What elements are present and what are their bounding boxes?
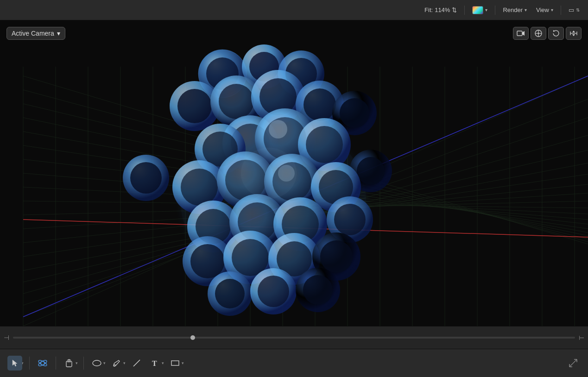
- view-menu[interactable]: View ▾: [533, 5, 556, 15]
- window-icon: ▭: [569, 6, 574, 13]
- fit-value: 114%: [435, 6, 450, 13]
- timeline-start-button[interactable]: ⊣: [4, 334, 9, 341]
- svg-line-133: [569, 363, 573, 367]
- svg-point-88: [334, 204, 366, 235]
- color-picker-arrow: ▾: [485, 7, 487, 13]
- viewport-controls: [513, 27, 582, 40]
- active-camera-label: Active Camera: [12, 30, 54, 37]
- svg-point-58: [340, 98, 369, 128]
- svg-point-52: [219, 84, 254, 119]
- svg-marker-116: [13, 360, 17, 366]
- shape-tool-group: ▾: [89, 356, 106, 371]
- ellipse-tool-button[interactable]: [89, 356, 104, 371]
- svg-point-102: [303, 275, 333, 305]
- svg-marker-110: [553, 30, 555, 32]
- tool-separator-3: [83, 357, 84, 370]
- paint-tool-button[interactable]: [109, 356, 124, 371]
- paint-tool-group: ▾: [109, 356, 126, 371]
- select-tool-group: ▾: [7, 356, 24, 371]
- svg-rect-120: [66, 361, 72, 367]
- render-menu[interactable]: Render ▾: [500, 5, 530, 15]
- top-toolbar: Fit: 114% ⇅ ▾ Render ▾ View ▾ ▭ ⇅: [0, 0, 588, 20]
- view-label: View: [536, 6, 549, 13]
- svg-point-109: [538, 33, 539, 34]
- color-swatch: [472, 6, 483, 14]
- svg-point-103: [241, 148, 297, 199]
- fit-arrows-icon: ⇅: [452, 6, 457, 13]
- svg-point-96: [320, 240, 353, 273]
- expand-button[interactable]: [566, 356, 581, 371]
- render-arrow: ▾: [525, 7, 527, 13]
- svg-point-69: [130, 162, 162, 194]
- window-arrow: ⇅: [576, 7, 580, 13]
- svg-point-90: [190, 244, 225, 278]
- camera-dropdown-arrow: ▾: [57, 30, 60, 37]
- reset-icon-button[interactable]: [548, 27, 564, 40]
- move-icon-button[interactable]: [531, 27, 546, 40]
- svg-point-63: [269, 120, 287, 138]
- rect-tool-button[interactable]: [168, 356, 183, 371]
- window-mode-button[interactable]: ▭ ⇅: [566, 5, 582, 15]
- svg-rect-127: [171, 361, 179, 365]
- camera-icon-button[interactable]: [513, 27, 529, 40]
- svg-point-98: [215, 279, 245, 308]
- tool-separator-1: [29, 357, 30, 370]
- render-label: Render: [503, 6, 523, 13]
- svg-marker-115: [572, 34, 575, 36]
- fit-icon-button[interactable]: [566, 27, 582, 40]
- toolbar-divider-1: [464, 6, 465, 15]
- svg-marker-105: [522, 31, 525, 36]
- pen-tool-button[interactable]: [129, 356, 144, 371]
- svg-text:T: T: [152, 359, 157, 367]
- view-arrow: ▾: [551, 7, 553, 13]
- rect-tool-group: ▾: [168, 356, 184, 371]
- playhead-head: [190, 335, 195, 340]
- active-camera-dropdown[interactable]: Active Camera ▾: [6, 27, 65, 40]
- svg-rect-104: [517, 31, 522, 36]
- svg-point-100: [258, 276, 289, 307]
- toolbar-divider-2: [495, 6, 495, 15]
- pan-tool-button[interactable]: [62, 356, 76, 371]
- fit-label: Fit:: [424, 6, 433, 13]
- pan-tool-group: ▾: [62, 356, 78, 371]
- select-tool-button[interactable]: [7, 356, 22, 371]
- text-tool-button[interactable]: T: [148, 356, 163, 371]
- svg-marker-114: [572, 31, 575, 32]
- bottom-toolbar: ▾ ▾ ▾: [0, 349, 588, 377]
- timeline-track[interactable]: [13, 337, 575, 339]
- scene-svg: [0, 20, 588, 326]
- svg-point-56: [303, 88, 336, 121]
- viewport: Active Camera ▾: [0, 20, 588, 326]
- toolbar-divider-3: [561, 6, 561, 15]
- svg-point-123: [93, 360, 101, 366]
- text-tool-group: T ▾: [148, 356, 164, 371]
- timeline-playhead[interactable]: [190, 335, 195, 340]
- svg-point-92: [232, 239, 269, 276]
- bottom-tools-right: [566, 356, 581, 371]
- svg-point-73: [181, 169, 218, 206]
- timeline-bar: ⊣ ⊢: [0, 326, 588, 349]
- orbit-tool-button[interactable]: [35, 356, 50, 371]
- svg-point-67: [306, 126, 343, 163]
- fit-zoom-control[interactable]: Fit: 114% ⇅: [422, 5, 460, 15]
- viewport-canvas: Active Camera ▾: [0, 20, 588, 326]
- color-picker-button[interactable]: ▾: [469, 5, 490, 16]
- tool-separator-2: [56, 357, 56, 370]
- svg-point-50: [177, 89, 212, 123]
- svg-line-125: [133, 360, 140, 366]
- timeline-end-button[interactable]: ⊢: [579, 334, 584, 341]
- svg-line-132: [573, 359, 577, 363]
- svg-point-71: [357, 157, 385, 185]
